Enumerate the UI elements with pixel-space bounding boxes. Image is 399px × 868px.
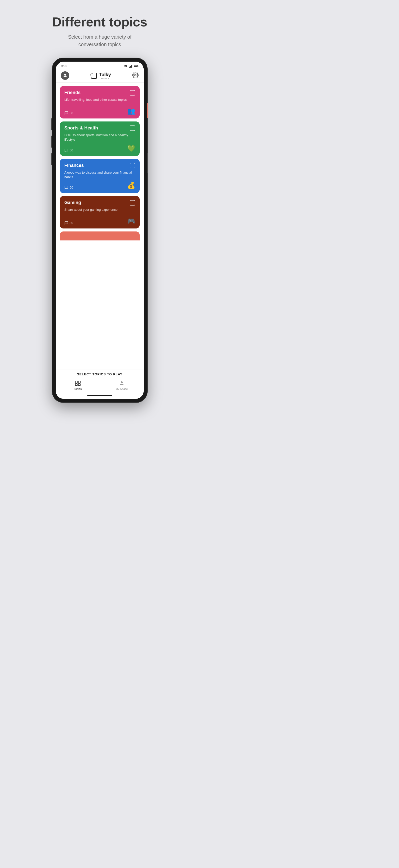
- topic-card-partial: [60, 231, 140, 241]
- topic-title-sports: Sports & Health: [64, 125, 98, 131]
- svg-point-10: [135, 74, 136, 76]
- signal-icon: [129, 65, 132, 68]
- topic-checkbox-gaming[interactable]: [130, 200, 135, 206]
- topic-checkbox-friends[interactable]: [130, 90, 135, 96]
- topic-footer-friends: 50 👥: [64, 107, 135, 115]
- battery-icon: [134, 65, 139, 68]
- topic-title-friends: Friends: [64, 90, 81, 95]
- topic-count-gaming: 30: [64, 221, 73, 225]
- topic-desc-sports: Discuss about sports, nutrition and a he…: [64, 133, 135, 142]
- bottom-nav: SELECT TOPICS TO PLAY Topics: [56, 369, 144, 399]
- topic-card-friends[interactable]: Friends Life, travelling, food and other…: [60, 86, 140, 119]
- topic-footer-sports: 50 💚: [64, 145, 135, 152]
- topic-emoji-finances: 💰: [127, 182, 135, 190]
- app-logo: Talky games: [91, 72, 111, 79]
- tab-topics-label: Topics: [74, 388, 82, 390]
- topic-card-sports-header: Sports & Health: [64, 125, 135, 131]
- topic-desc-gaming: Share about your gaming experience: [64, 208, 135, 215]
- tab-myspace-label: My Space: [116, 388, 128, 390]
- select-topics-bar: SELECT TOPICS TO PLAY: [56, 369, 144, 378]
- topic-desc-friends: Life, travelling, food and other casual …: [64, 97, 135, 105]
- topic-count-finances: 50: [64, 186, 73, 190]
- topic-card-finances[interactable]: Finances A good way to discuss and share…: [60, 159, 140, 193]
- topic-checkbox-finances[interactable]: [130, 163, 135, 168]
- status-bar: 9:00: [56, 62, 144, 69]
- card-count-icon-sports: [64, 148, 68, 152]
- svg-rect-11: [75, 381, 77, 383]
- card-count-icon-finances: [64, 186, 68, 190]
- topic-checkbox-sports[interactable]: [130, 125, 135, 131]
- app-header: Talky games: [56, 69, 144, 83]
- topic-title-finances: Finances: [64, 163, 84, 168]
- logo-sub: games: [99, 77, 111, 79]
- phone-shell: 9:00: [52, 58, 147, 402]
- topic-emoji-sports: 💚: [127, 145, 135, 152]
- topic-card-gaming[interactable]: Gaming Share about your gaming experienc…: [60, 196, 140, 228]
- gear-icon: [132, 72, 139, 78]
- status-icons: [124, 65, 139, 68]
- myspace-tab-icon: [119, 380, 125, 386]
- card-count-icon-friends: [64, 111, 68, 115]
- topic-desc-finances: A good way to discuss and share your fin…: [64, 170, 135, 179]
- svg-rect-12: [78, 381, 80, 383]
- logo-text: Talky: [99, 72, 111, 77]
- topic-footer-gaming: 30 🎮: [64, 217, 135, 225]
- status-time: 9:00: [61, 64, 67, 68]
- nav-tabs: Topics My Space: [56, 378, 144, 394]
- page-subtitle: Select from a huge variety of conversati…: [60, 33, 140, 48]
- svg-rect-2: [131, 65, 132, 68]
- svg-rect-3: [132, 65, 132, 68]
- topic-card-gaming-header: Gaming: [64, 200, 135, 206]
- phone-left-buttons: [51, 118, 52, 130]
- tab-myspace[interactable]: My Space: [100, 379, 144, 392]
- svg-rect-14: [78, 383, 80, 385]
- settings-button[interactable]: [132, 72, 139, 79]
- svg-rect-1: [130, 66, 131, 68]
- user-avatar[interactable]: [61, 71, 69, 80]
- home-indicator-bar: [87, 395, 112, 396]
- topics-tab-icon: [75, 380, 81, 386]
- topic-count-sports: 50: [64, 148, 73, 152]
- svg-rect-5: [138, 66, 139, 67]
- svg-rect-6: [134, 65, 137, 67]
- home-indicator: [56, 394, 144, 399]
- select-topics-label: SELECT TOPICS TO PLAY: [77, 372, 123, 376]
- page-title: Different topics: [10, 15, 189, 29]
- topic-card-finances-header: Finances: [64, 163, 135, 168]
- topic-emoji-friends: 👥: [127, 107, 135, 115]
- svg-rect-13: [75, 383, 77, 385]
- svg-rect-9: [92, 73, 96, 79]
- phone-screen: 9:00: [56, 62, 144, 399]
- logo-cards-icon: [91, 72, 97, 79]
- topic-list[interactable]: Friends Life, travelling, food and other…: [56, 83, 144, 369]
- topic-footer-finances: 50 💰: [64, 182, 135, 190]
- svg-rect-0: [129, 67, 130, 68]
- page-header: Different topics Select from a huge vari…: [0, 0, 200, 56]
- svg-point-7: [64, 74, 66, 76]
- topic-emoji-gaming: 🎮: [127, 217, 135, 225]
- topic-card-sports[interactable]: Sports & Health Discuss about sports, nu…: [60, 121, 140, 156]
- topic-title-gaming: Gaming: [64, 200, 81, 205]
- phone-device: 9:00: [52, 58, 147, 402]
- topic-card-friends-header: Friends: [64, 90, 135, 96]
- svg-point-15: [121, 381, 123, 383]
- card-count-icon-gaming: [64, 221, 68, 225]
- wifi-icon: [124, 65, 128, 68]
- topic-count-friends: 50: [64, 111, 73, 115]
- tab-topics[interactable]: Topics: [56, 379, 100, 392]
